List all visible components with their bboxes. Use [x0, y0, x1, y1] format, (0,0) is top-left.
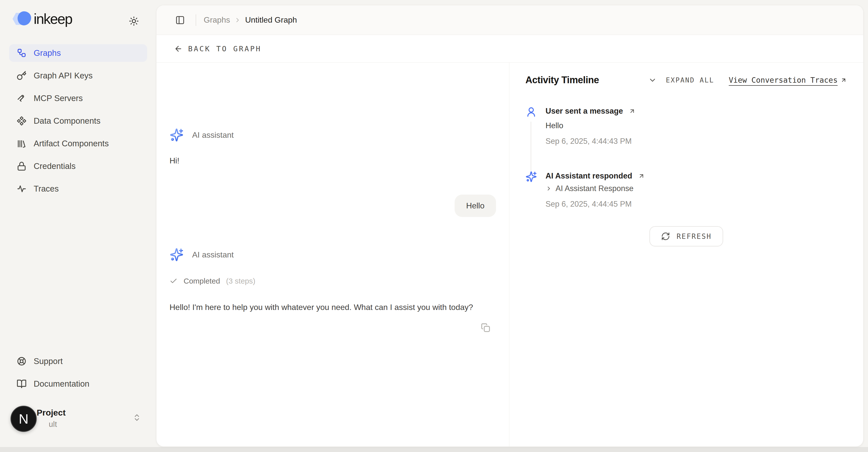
sparkles-icon	[169, 128, 184, 142]
sidebar-item-label: Artifact Components	[34, 139, 109, 148]
event-title-link[interactable]: User sent a message	[546, 107, 847, 116]
expander-label: AI Assistant Response	[556, 184, 633, 193]
sidebar-item-data-components[interactable]: Data Components	[9, 112, 147, 130]
view-traces-label: View Conversation Traces	[729, 76, 838, 84]
completion-status: Completed (3 steps)	[169, 277, 496, 285]
assistant-message: Hello! I'm here to help you with whateve…	[169, 301, 496, 314]
sidebar-item-label: Credentials	[34, 161, 75, 171]
arrow-up-right-icon	[638, 172, 645, 180]
assistant-label: AI assistant	[192, 250, 234, 259]
chevrons-up-down-icon	[133, 413, 141, 422]
theme-toggle-button[interactable]	[127, 14, 141, 28]
sidebar-item-mcp-servers[interactable]: MCP Servers	[9, 89, 147, 107]
sidebar-item-label: Documentation	[34, 379, 89, 389]
library-icon	[17, 139, 27, 148]
breadcrumb-bar: Graphs Untitled Graph	[156, 5, 863, 35]
sidebar-item-credentials[interactable]: Credentials	[9, 158, 147, 175]
refresh-icon	[661, 232, 670, 241]
user-icon	[525, 106, 546, 118]
timeline-connector	[531, 122, 531, 175]
arrow-up-right-icon	[840, 77, 847, 84]
status-steps: (3 steps)	[226, 277, 255, 285]
event-title-link[interactable]: AI Assistant responded	[546, 171, 847, 180]
book-open-icon	[17, 379, 27, 389]
status-label: Completed	[184, 277, 220, 285]
event-body: Hello	[546, 121, 847, 130]
user-message-bubble: Hello	[455, 195, 496, 217]
sparkles-icon	[525, 171, 546, 182]
sidebar-item-support[interactable]: Support	[9, 352, 147, 370]
component-icon	[17, 116, 27, 126]
sidebar-item-label: Graph API Keys	[34, 71, 93, 80]
sidebar-item-label: MCP Servers	[34, 93, 83, 103]
response-expander[interactable]: AI Assistant Response	[546, 184, 847, 193]
project-switcher[interactable]: N Project ult	[9, 407, 147, 437]
sidebar: inkeep Graphs Graph API Key	[0, 0, 156, 452]
assistant-header: AI assistant	[169, 128, 496, 142]
life-buoy-icon	[17, 356, 27, 366]
breadcrumb-current: Untitled Graph	[245, 15, 297, 25]
arrow-left-icon	[174, 45, 183, 53]
timeline-event-user-message: User sent a message Hello Sep 6, 2025, 4…	[525, 106, 847, 146]
header-divider	[196, 14, 196, 26]
sidebar-item-graphs[interactable]: Graphs	[9, 44, 147, 62]
back-to-graph-label: BACK TO GRAPH	[188, 45, 261, 53]
project-title: Project	[37, 408, 66, 418]
sun-icon	[129, 16, 139, 26]
event-title: AI Assistant responded	[546, 171, 632, 180]
sidebar-item-label: Graphs	[34, 48, 61, 58]
project-subtitle: ult	[49, 420, 57, 429]
collapse-toggle-button[interactable]	[648, 76, 657, 84]
activity-icon	[17, 184, 27, 194]
expand-all-button[interactable]: EXPAND ALL	[666, 76, 714, 84]
key-icon	[17, 70, 27, 81]
activity-timeline-panel: Activity Timeline EXPAND ALL View Conver…	[509, 63, 863, 447]
refresh-button[interactable]: REFRESH	[650, 226, 723, 246]
sidebar-toggle-button[interactable]	[173, 13, 187, 27]
chat-preview-panel: AI assistant Hi! Hello AI assistant	[156, 63, 509, 447]
sidebar-item-traces[interactable]: Traces	[9, 180, 147, 198]
refresh-label: REFRESH	[677, 232, 712, 241]
sidebar-item-label: Support	[34, 357, 63, 366]
assistant-label: AI assistant	[192, 131, 234, 140]
chevron-right-icon	[546, 185, 552, 192]
inkeep-logo-icon	[12, 11, 31, 27]
sparkles-icon	[169, 248, 184, 262]
lock-icon	[17, 161, 27, 171]
inkeep-logo-wordmark: inkeep	[34, 10, 72, 27]
arrow-up-right-icon	[628, 107, 636, 115]
view-conversation-traces-link[interactable]: View Conversation Traces	[729, 76, 847, 84]
assistant-header: AI assistant	[169, 248, 496, 262]
assistant-message: Hi!	[169, 156, 496, 165]
panel-left-icon	[175, 15, 185, 25]
check-icon	[169, 277, 178, 285]
sidebar-item-label: Data Components	[34, 116, 100, 126]
mcp-icon	[17, 93, 27, 103]
chevron-right-icon	[234, 17, 241, 24]
breadcrumb-graphs[interactable]: Graphs	[204, 15, 230, 25]
sidebar-item-documentation[interactable]: Documentation	[9, 375, 147, 393]
sidebar-item-graph-api-keys[interactable]: Graph API Keys	[9, 67, 147, 84]
toolbar: BACK TO GRAPH	[156, 35, 863, 63]
timeline-event-assistant-response: AI Assistant responded AI Assistant Resp…	[525, 171, 847, 209]
sidebar-item-label: Traces	[34, 184, 59, 194]
timeline-title: Activity Timeline	[525, 75, 599, 85]
chevron-down-icon	[648, 76, 657, 84]
workflow-icon	[17, 48, 27, 58]
sidebar-item-artifact-components[interactable]: Artifact Components	[9, 135, 147, 152]
back-to-graph-link[interactable]: BACK TO GRAPH	[174, 45, 261, 53]
copy-button[interactable]	[480, 322, 491, 333]
event-title: User sent a message	[546, 107, 623, 116]
event-timestamp: Sep 6, 2025, 4:44:45 PM	[546, 200, 847, 209]
event-timestamp: Sep 6, 2025, 4:44:43 PM	[546, 137, 847, 146]
nextjs-dev-badge[interactable]: N	[10, 406, 37, 432]
sidebar-nav: Graphs Graph API Keys MCP Servers	[9, 44, 147, 198]
main-panel: Graphs Untitled Graph BACK TO GRAPH	[156, 5, 864, 447]
